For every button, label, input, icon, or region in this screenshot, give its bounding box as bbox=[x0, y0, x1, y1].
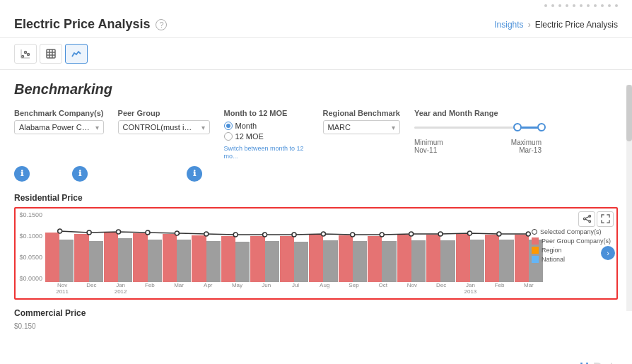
regional-info-btn[interactable]: ℹ bbox=[187, 166, 202, 182]
chart-actions bbox=[578, 211, 614, 227]
month-radio-item[interactable]: Month bbox=[224, 122, 309, 130]
benchmark-company-chevron: ▾ bbox=[95, 124, 99, 131]
filters-row: Benchmark Company(s) Alabama Power Comp.… bbox=[14, 109, 618, 160]
bar-gray-14 bbox=[470, 240, 484, 282]
breadcrumb-separator: › bbox=[528, 20, 531, 30]
svg-point-1 bbox=[25, 52, 27, 54]
legend-national-label: National bbox=[542, 256, 565, 263]
bar-group-8 bbox=[280, 211, 308, 282]
legend-selected-label: Selected Company(s) bbox=[540, 228, 602, 235]
commercial-chart-section: Commercial Price $0.150 bbox=[14, 308, 618, 330]
range-max-value: Mar-13 bbox=[511, 146, 542, 154]
range-min-value: Nov-11 bbox=[414, 146, 443, 154]
benchmark-company-select[interactable]: Alabama Power Comp... ▾ bbox=[14, 120, 104, 134]
chart-share-button[interactable] bbox=[578, 211, 595, 227]
legend-peer-icon bbox=[532, 237, 539, 245]
table-view-button[interactable] bbox=[40, 44, 62, 64]
legend-national-icon bbox=[532, 256, 539, 263]
breadcrumb: Insights › Electric Price Analysis bbox=[494, 20, 618, 30]
info-buttons-row: ℹ ℹ ℹ bbox=[14, 166, 618, 182]
bar-red-16 bbox=[515, 235, 529, 282]
month-radio-circle[interactable] bbox=[224, 122, 233, 130]
x-label-11: Oct bbox=[369, 282, 397, 295]
range-max-label: Maximum bbox=[511, 139, 542, 146]
x-label-1: Dec bbox=[77, 282, 105, 295]
bar-group-2 bbox=[104, 211, 132, 282]
range-labels: Minimum Nov-11 Maximum Mar-13 bbox=[414, 139, 542, 154]
bar-gray-8 bbox=[294, 242, 308, 282]
bar-group-15 bbox=[485, 211, 513, 282]
bar-group-5 bbox=[192, 211, 220, 282]
legend-selected: Selected Company(s) bbox=[532, 228, 611, 235]
bar-red-7 bbox=[250, 236, 264, 282]
bar-red-4 bbox=[163, 234, 177, 282]
bar-gray-0 bbox=[59, 240, 74, 282]
legend-peer-label: Peer Group Company(s) bbox=[542, 237, 611, 245]
bar-gray-10 bbox=[353, 241, 367, 282]
chart-with-yaxis: $0.1500 $0.1000 $0.0500 $0.0000 bbox=[18, 211, 543, 282]
bar-red-9 bbox=[309, 235, 323, 282]
svg-line-14 bbox=[585, 219, 588, 221]
chart-expand-button[interactable] bbox=[597, 211, 614, 227]
breadcrumb-insights-link[interactable]: Insights bbox=[494, 20, 523, 30]
bar-red-6 bbox=[221, 236, 235, 282]
legend-selected-icon bbox=[532, 229, 537, 235]
benchmark-company-value: Alabama Power Comp... bbox=[19, 123, 90, 131]
x-label-5: Apr bbox=[194, 282, 222, 295]
chart-scroll-right[interactable]: › bbox=[601, 246, 615, 260]
bar-group-4 bbox=[163, 211, 191, 282]
regional-benchmark-select[interactable]: MARC ▾ bbox=[323, 120, 400, 134]
y-label-1: $0.0000 bbox=[18, 275, 42, 282]
month-moe-filter: Month to 12 MOE Month 12 MOE Switch betw… bbox=[224, 109, 309, 160]
benchmark-info-btn[interactable]: ℹ bbox=[14, 166, 30, 182]
bar-group-1 bbox=[74, 211, 103, 282]
range-handle-left[interactable] bbox=[513, 123, 522, 131]
x-label-12: Nov bbox=[398, 282, 426, 295]
y-label-2: $0.0500 bbox=[18, 254, 42, 261]
scrollbar-track[interactable] bbox=[626, 85, 632, 311]
bar-red-5 bbox=[192, 235, 206, 282]
chart-body: $0.1500 $0.1000 $0.0500 $0.0000 bbox=[18, 211, 614, 295]
bar-group-7 bbox=[250, 211, 279, 282]
help-icon[interactable]: ? bbox=[156, 19, 167, 30]
regional-benchmark-chevron: ▾ bbox=[392, 124, 395, 131]
month-moe-switch-link[interactable]: Switch between month to 12 mo... bbox=[224, 145, 309, 160]
range-slider[interactable] bbox=[414, 120, 618, 134]
line-chart-button[interactable] bbox=[65, 44, 88, 64]
x-label-6: May bbox=[223, 282, 251, 295]
bar-gray-1 bbox=[89, 241, 103, 282]
range-handle-right[interactable] bbox=[537, 123, 546, 131]
svg-point-11 bbox=[583, 218, 585, 220]
x-label-0: Nov2011 bbox=[48, 282, 76, 295]
bar-group-0 bbox=[45, 211, 74, 282]
bar-group-12 bbox=[397, 211, 426, 282]
year-month-range-label: Year and Month Range bbox=[414, 109, 618, 117]
page-title: Electric Price Analysis bbox=[14, 17, 150, 32]
benchmark-company-filter: Benchmark Company(s) Alabama Power Comp.… bbox=[14, 109, 104, 134]
bar-red-3 bbox=[133, 233, 147, 282]
moe-radio-item[interactable]: 12 MOE bbox=[224, 132, 309, 141]
moe-radio-circle[interactable] bbox=[224, 132, 233, 141]
watermark-data: -Data bbox=[589, 360, 621, 364]
regional-benchmark-value: MARC bbox=[328, 123, 351, 131]
bar-red-11 bbox=[368, 236, 382, 282]
peer-group-value: CONTROL(must incl... bbox=[123, 123, 194, 131]
peer-group-select[interactable]: CONTROL(must incl... ▾ bbox=[118, 120, 210, 134]
benchmark-company-label: Benchmark Company(s) bbox=[14, 109, 104, 117]
chart-legend: Selected Company(s) Peer Group Company(s… bbox=[532, 228, 611, 263]
legend-national: National bbox=[532, 256, 611, 263]
watermark: H-Data bbox=[580, 360, 621, 364]
commercial-chart-title: Commercial Price bbox=[14, 308, 618, 318]
scrollbar-thumb[interactable] bbox=[626, 85, 632, 141]
bar-gray-11 bbox=[382, 241, 396, 282]
scatter-plot-button[interactable] bbox=[14, 44, 37, 64]
bar-red-1 bbox=[74, 234, 88, 282]
peer-info-btn[interactable]: ℹ bbox=[72, 166, 88, 182]
page-header: Electric Price Analysis ? Insights › Ele… bbox=[0, 8, 632, 38]
x-label-7: Jun bbox=[252, 282, 281, 295]
bar-red-0 bbox=[45, 233, 59, 282]
dots-decoration bbox=[0, 0, 632, 8]
bar-gray-7 bbox=[265, 241, 279, 282]
x-label-15: Feb bbox=[486, 282, 514, 295]
bar-red-12 bbox=[397, 235, 411, 282]
